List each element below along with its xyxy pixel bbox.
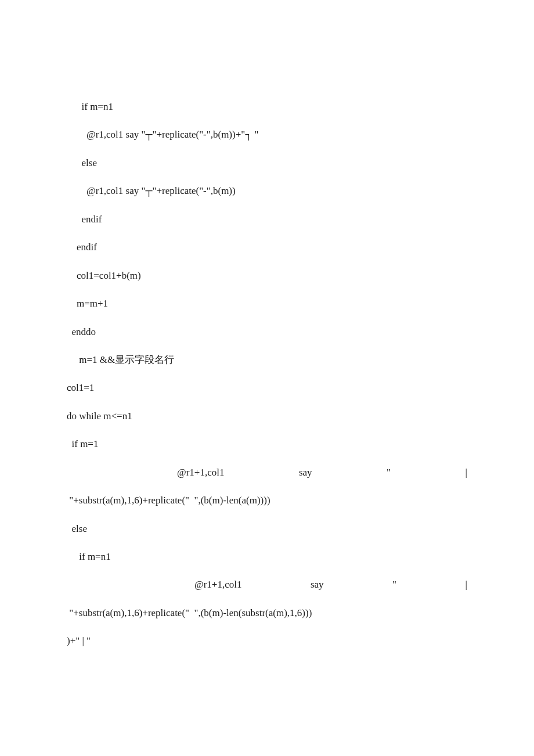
code-line: m=1 &&显示字段名行 [67, 346, 467, 374]
code-line: "+substr(a(m),1,6)+replicate(" ",(b(m)-l… [67, 599, 467, 627]
code-line: )+" | " [67, 627, 467, 655]
code-line: @r1,col1 say "┬"+replicate("-",b(m))+"┐ … [67, 121, 467, 149]
code-line: @r1+1,col1 say " | [67, 459, 467, 487]
code-line: do while m<=n1 [67, 402, 467, 430]
code-line: if m=1 [67, 430, 467, 458]
code-line: "+substr(a(m),1,6)+replicate(" ",(b(m)-l… [67, 487, 467, 514]
code-fragment: say [299, 459, 312, 487]
code-fragment: " [392, 571, 396, 599]
code-line: col1=1 [67, 374, 467, 402]
code-line: if m=n1 [67, 93, 467, 121]
code-fragment: @r1+1,col1 [194, 571, 241, 599]
code-line: endif [67, 206, 467, 233]
code-line: if m=n1 [67, 543, 467, 571]
code-line: enddo [67, 318, 467, 346]
code-line: @r1,col1 say "┬"+replicate("-",b(m)) [67, 177, 467, 205]
code-fragment: | [466, 571, 467, 599]
code-fragment: | [466, 459, 467, 487]
code-fragment: " [387, 459, 391, 487]
document-page: if m=n1 @r1,col1 say "┬"+replicate("-",b… [0, 0, 534, 656]
code-line: endif [67, 233, 467, 261]
code-line: col1=col1+b(m) [67, 262, 467, 290]
code-fragment: say [311, 571, 324, 599]
code-line: m=m+1 [67, 290, 467, 318]
code-fragment: @r1+1,col1 [177, 459, 224, 487]
code-line: else [67, 515, 467, 543]
code-line: @r1+1,col1 say " | [67, 571, 467, 599]
code-line: else [67, 149, 467, 177]
